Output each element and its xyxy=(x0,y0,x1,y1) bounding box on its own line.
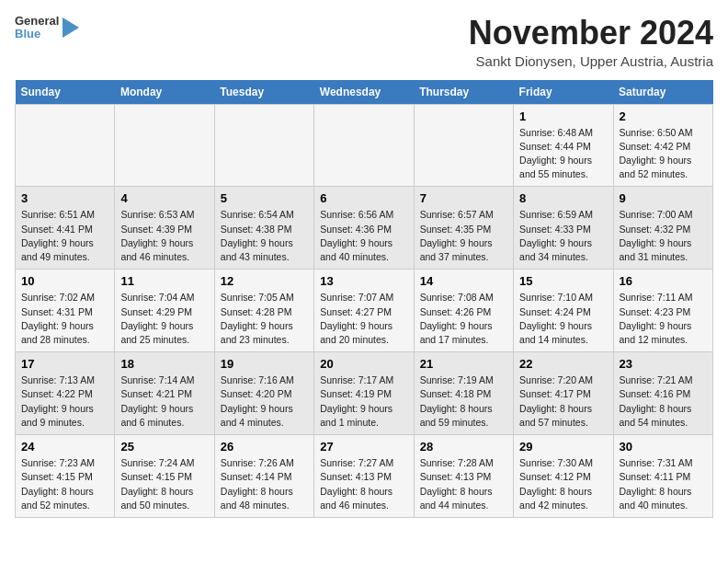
calendar-week-row: 3Sunrise: 6:51 AM Sunset: 4:41 PM Daylig… xyxy=(16,187,713,270)
weekday-header: Tuesday xyxy=(214,80,313,105)
day-info: Sunrise: 7:16 AM Sunset: 4:20 PM Dayligh… xyxy=(221,373,308,430)
day-info: Sunrise: 7:28 AM Sunset: 4:13 PM Dayligh… xyxy=(420,456,507,512)
day-number: 18 xyxy=(120,357,208,371)
day-info: Sunrise: 7:31 AM Sunset: 4:11 PM Dayligh… xyxy=(620,456,707,512)
calendar-cell: 30Sunrise: 7:31 AM Sunset: 4:11 PM Dayli… xyxy=(613,435,712,518)
calendar-cell: 7Sunrise: 6:57 AM Sunset: 4:35 PM Daylig… xyxy=(414,187,513,270)
day-info: Sunrise: 7:00 AM Sunset: 4:32 PM Dayligh… xyxy=(620,208,707,264)
day-number: 5 xyxy=(221,191,308,205)
calendar-week-row: 24Sunrise: 7:23 AM Sunset: 4:15 PM Dayli… xyxy=(16,435,713,518)
calendar-cell: 17Sunrise: 7:13 AM Sunset: 4:22 PM Dayli… xyxy=(16,352,115,435)
calendar-cell: 18Sunrise: 7:14 AM Sunset: 4:21 PM Dayli… xyxy=(115,352,214,435)
day-number: 6 xyxy=(320,191,407,205)
day-number: 19 xyxy=(221,357,308,371)
day-number: 20 xyxy=(320,357,407,371)
calendar-cell: 20Sunrise: 7:17 AM Sunset: 4:19 PM Dayli… xyxy=(314,352,414,435)
day-number: 21 xyxy=(420,357,507,371)
day-info: Sunrise: 7:26 AM Sunset: 4:14 PM Dayligh… xyxy=(221,456,308,512)
day-number: 9 xyxy=(620,191,707,205)
day-info: Sunrise: 7:24 AM Sunset: 4:15 PM Dayligh… xyxy=(120,456,208,512)
calendar-cell xyxy=(314,104,414,187)
day-info: Sunrise: 7:27 AM Sunset: 4:13 PM Dayligh… xyxy=(320,456,407,512)
calendar-cell: 9Sunrise: 7:00 AM Sunset: 4:32 PM Daylig… xyxy=(613,187,712,270)
day-info: Sunrise: 7:21 AM Sunset: 4:16 PM Dayligh… xyxy=(620,373,707,430)
day-number: 12 xyxy=(221,274,308,288)
weekday-header: Sunday xyxy=(16,80,115,105)
month-title: November 2024 xyxy=(469,15,713,52)
day-info: Sunrise: 7:13 AM Sunset: 4:22 PM Dayligh… xyxy=(21,373,108,430)
day-info: Sunrise: 7:10 AM Sunset: 4:24 PM Dayligh… xyxy=(519,291,607,347)
day-info: Sunrise: 6:50 AM Sunset: 4:42 PM Dayligh… xyxy=(620,126,707,182)
calendar-body: 1Sunrise: 6:48 AM Sunset: 4:44 PM Daylig… xyxy=(16,104,713,517)
calendar-cell: 22Sunrise: 7:20 AM Sunset: 4:17 PM Dayli… xyxy=(514,352,613,435)
logo-line2: Blue xyxy=(15,28,59,40)
day-number: 25 xyxy=(120,440,208,454)
weekday-header: Friday xyxy=(514,80,613,105)
svg-marker-0 xyxy=(63,17,79,38)
day-number: 24 xyxy=(21,440,108,454)
calendar-cell: 24Sunrise: 7:23 AM Sunset: 4:15 PM Dayli… xyxy=(16,435,115,518)
calendar-cell: 16Sunrise: 7:11 AM Sunset: 4:23 PM Dayli… xyxy=(613,270,712,352)
day-number: 2 xyxy=(620,109,707,123)
calendar-week-row: 10Sunrise: 7:02 AM Sunset: 4:31 PM Dayli… xyxy=(16,270,713,352)
day-info: Sunrise: 6:56 AM Sunset: 4:36 PM Dayligh… xyxy=(320,208,407,264)
calendar-cell: 26Sunrise: 7:26 AM Sunset: 4:14 PM Dayli… xyxy=(214,435,313,518)
day-info: Sunrise: 7:20 AM Sunset: 4:17 PM Dayligh… xyxy=(519,373,607,430)
calendar-week-row: 1Sunrise: 6:48 AM Sunset: 4:44 PM Daylig… xyxy=(16,104,713,187)
day-number: 23 xyxy=(620,357,707,371)
calendar-cell: 6Sunrise: 6:56 AM Sunset: 4:36 PM Daylig… xyxy=(314,187,414,270)
calendar-cell: 5Sunrise: 6:54 AM Sunset: 4:38 PM Daylig… xyxy=(214,187,313,270)
logo-icon xyxy=(63,17,79,38)
calendar-cell: 27Sunrise: 7:27 AM Sunset: 4:13 PM Dayli… xyxy=(314,435,414,518)
calendar-cell: 13Sunrise: 7:07 AM Sunset: 4:27 PM Dayli… xyxy=(314,270,414,352)
day-number: 8 xyxy=(519,191,607,205)
calendar-cell: 15Sunrise: 7:10 AM Sunset: 4:24 PM Dayli… xyxy=(514,270,613,352)
weekday-header: Thursday xyxy=(414,80,513,105)
logo: General Blue xyxy=(15,15,79,41)
day-info: Sunrise: 7:07 AM Sunset: 4:27 PM Dayligh… xyxy=(320,291,407,347)
calendar-cell: 1Sunrise: 6:48 AM Sunset: 4:44 PM Daylig… xyxy=(514,104,613,187)
day-number: 4 xyxy=(120,191,208,205)
day-info: Sunrise: 6:59 AM Sunset: 4:33 PM Dayligh… xyxy=(519,208,607,264)
weekday-header: Monday xyxy=(115,80,214,105)
header: General Blue November 2024 Sankt Dionyse… xyxy=(15,15,713,69)
day-number: 30 xyxy=(620,440,707,454)
calendar-cell: 2Sunrise: 6:50 AM Sunset: 4:42 PM Daylig… xyxy=(613,104,712,187)
calendar-cell: 28Sunrise: 7:28 AM Sunset: 4:13 PM Dayli… xyxy=(414,435,513,518)
day-info: Sunrise: 6:54 AM Sunset: 4:38 PM Dayligh… xyxy=(221,208,308,264)
day-info: Sunrise: 7:11 AM Sunset: 4:23 PM Dayligh… xyxy=(620,291,707,347)
calendar-cell xyxy=(214,104,313,187)
day-number: 28 xyxy=(420,440,507,454)
day-info: Sunrise: 7:08 AM Sunset: 4:26 PM Dayligh… xyxy=(420,291,507,347)
calendar-cell: 12Sunrise: 7:05 AM Sunset: 4:28 PM Dayli… xyxy=(214,270,313,352)
day-info: Sunrise: 7:05 AM Sunset: 4:28 PM Dayligh… xyxy=(221,291,308,347)
calendar-cell xyxy=(115,104,214,187)
day-info: Sunrise: 7:04 AM Sunset: 4:29 PM Dayligh… xyxy=(120,291,208,347)
calendar-cell: 8Sunrise: 6:59 AM Sunset: 4:33 PM Daylig… xyxy=(514,187,613,270)
day-number: 10 xyxy=(21,274,108,288)
day-info: Sunrise: 7:30 AM Sunset: 4:12 PM Dayligh… xyxy=(519,456,607,512)
title-block: November 2024 Sankt Dionysen, Upper Aust… xyxy=(469,15,713,69)
day-info: Sunrise: 6:48 AM Sunset: 4:44 PM Dayligh… xyxy=(519,126,607,182)
logo-line1: General xyxy=(15,15,59,28)
calendar-cell: 23Sunrise: 7:21 AM Sunset: 4:16 PM Dayli… xyxy=(613,352,712,435)
day-info: Sunrise: 7:23 AM Sunset: 4:15 PM Dayligh… xyxy=(21,456,108,512)
subtitle: Sankt Dionysen, Upper Austria, Austria xyxy=(469,53,713,69)
day-number: 17 xyxy=(21,357,108,371)
day-number: 29 xyxy=(519,440,607,454)
calendar-cell: 3Sunrise: 6:51 AM Sunset: 4:41 PM Daylig… xyxy=(16,187,115,270)
calendar-cell: 14Sunrise: 7:08 AM Sunset: 4:26 PM Dayli… xyxy=(414,270,513,352)
day-number: 3 xyxy=(21,191,108,205)
calendar-cell: 21Sunrise: 7:19 AM Sunset: 4:18 PM Dayli… xyxy=(414,352,513,435)
day-info: Sunrise: 7:02 AM Sunset: 4:31 PM Dayligh… xyxy=(21,291,108,347)
weekday-header: Wednesday xyxy=(314,80,414,105)
day-number: 22 xyxy=(519,357,607,371)
calendar-cell: 29Sunrise: 7:30 AM Sunset: 4:12 PM Dayli… xyxy=(514,435,613,518)
day-info: Sunrise: 7:14 AM Sunset: 4:21 PM Dayligh… xyxy=(120,373,208,430)
day-info: Sunrise: 6:53 AM Sunset: 4:39 PM Dayligh… xyxy=(120,208,208,264)
day-number: 26 xyxy=(221,440,308,454)
calendar-header: SundayMondayTuesdayWednesdayThursdayFrid… xyxy=(16,80,713,105)
calendar-cell: 11Sunrise: 7:04 AM Sunset: 4:29 PM Dayli… xyxy=(115,270,214,352)
day-number: 13 xyxy=(320,274,407,288)
day-number: 27 xyxy=(320,440,407,454)
